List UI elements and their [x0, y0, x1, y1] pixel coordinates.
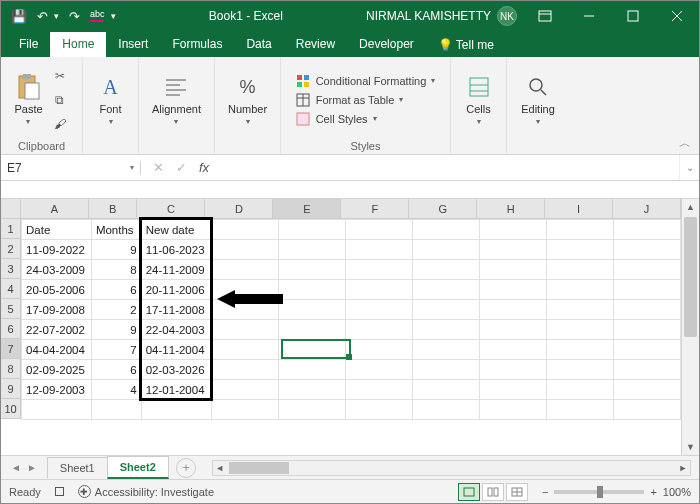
cell[interactable]: 12-09-2003: [22, 380, 92, 400]
zoom-slider-knob[interactable]: [597, 486, 603, 498]
sheet-nav-prev-icon[interactable]: ◄: [11, 462, 21, 473]
cell[interactable]: 22-04-2003: [141, 320, 211, 340]
format-painter-icon[interactable]: 🖌: [51, 115, 69, 133]
alignment-button[interactable]: Alignment ▾: [152, 73, 201, 126]
spellcheck-icon[interactable]: abc: [90, 10, 105, 22]
cell[interactable]: New date: [141, 220, 211, 240]
col-header[interactable]: B: [89, 199, 138, 218]
row-header[interactable]: 3: [1, 259, 20, 279]
col-header[interactable]: F: [341, 199, 409, 218]
cell[interactable]: 9: [91, 240, 141, 260]
col-header[interactable]: I: [545, 199, 613, 218]
vertical-scrollbar[interactable]: ▲ ▼: [681, 199, 699, 455]
cell[interactable]: 22-07-2002: [22, 320, 92, 340]
cell[interactable]: 04-04-2004: [22, 340, 92, 360]
undo-icon[interactable]: ↶: [37, 9, 48, 24]
row-header[interactable]: 1: [1, 219, 20, 239]
row-header[interactable]: 5: [1, 299, 20, 319]
col-header[interactable]: J: [613, 199, 681, 218]
cell[interactable]: 24-11-2009: [141, 260, 211, 280]
row-header[interactable]: 7: [1, 339, 20, 359]
col-header[interactable]: G: [409, 199, 477, 218]
save-icon[interactable]: 💾: [11, 9, 27, 24]
new-sheet-button[interactable]: ＋: [176, 458, 196, 478]
col-header[interactable]: E: [273, 199, 341, 218]
cell[interactable]: 7: [91, 340, 141, 360]
paste-button[interactable]: Paste ▾: [14, 73, 42, 126]
cell[interactable]: 6: [91, 280, 141, 300]
table-row[interactable]: 04-04-2004704-11-2004: [22, 340, 681, 360]
format-as-table-button[interactable]: Format as Table ▾: [296, 92, 436, 107]
tab-developer[interactable]: Developer: [347, 32, 426, 57]
table-row[interactable]: 02-09-2025602-03-2026: [22, 360, 681, 380]
number-button[interactable]: % Number ▾: [228, 73, 267, 126]
col-header[interactable]: D: [205, 199, 273, 218]
copy-icon[interactable]: ⧉: [51, 91, 69, 109]
scroll-thumb[interactable]: [229, 462, 289, 474]
collapse-ribbon-icon[interactable]: ︿: [679, 135, 691, 152]
font-button[interactable]: A Font ▾: [97, 73, 125, 126]
tab-data[interactable]: Data: [234, 32, 283, 57]
cell[interactable]: 02-09-2025: [22, 360, 92, 380]
sheet-tab-sheet1[interactable]: Sheet1: [47, 457, 108, 478]
scroll-down-icon[interactable]: ▼: [682, 439, 699, 455]
col-header[interactable]: A: [21, 199, 89, 218]
cell[interactable]: Months: [91, 220, 141, 240]
cell[interactable]: 20-05-2006: [22, 280, 92, 300]
cell[interactable]: 04-11-2004: [141, 340, 211, 360]
row-header[interactable]: 4: [1, 279, 20, 299]
row-header[interactable]: 8: [1, 359, 20, 379]
column-headers[interactable]: A B C D E F G H I J: [21, 199, 681, 219]
cells[interactable]: Date Months New date 11-09-2022911-06-20…: [21, 219, 681, 420]
user-avatar[interactable]: NK: [497, 6, 517, 26]
scroll-thumb[interactable]: [684, 217, 697, 337]
undo-dropdown-icon[interactable]: ▾: [54, 11, 59, 21]
cell[interactable]: 24-03-2009: [22, 260, 92, 280]
tab-home[interactable]: Home: [50, 32, 106, 57]
row-header[interactable]: 10: [1, 399, 20, 419]
cut-icon[interactable]: ✂: [51, 67, 69, 85]
horizontal-scrollbar[interactable]: ◄ ►: [212, 460, 691, 476]
zoom-slider[interactable]: [554, 490, 644, 494]
zoom-in-icon[interactable]: +: [650, 486, 656, 498]
cell[interactable]: 2: [91, 300, 141, 320]
page-break-view-button[interactable]: [506, 483, 528, 501]
tab-file[interactable]: File: [7, 32, 50, 57]
row-headers[interactable]: 1 2 3 4 5 6 7 8 9 10: [1, 219, 21, 419]
select-all-corner[interactable]: [1, 199, 21, 219]
table-row[interactable]: 20-05-2006620-11-2006: [22, 280, 681, 300]
row-header[interactable]: 6: [1, 319, 20, 339]
minimize-button[interactable]: [567, 1, 611, 31]
cell[interactable]: 8: [91, 260, 141, 280]
table-row[interactable]: 24-03-2009824-11-2009: [22, 260, 681, 280]
cell[interactable]: 12-01-2004: [141, 380, 211, 400]
sheet-tab-sheet2[interactable]: Sheet2: [107, 456, 169, 479]
macro-record-button[interactable]: [55, 487, 64, 496]
name-box[interactable]: E7 ▾: [1, 161, 141, 175]
scroll-up-icon[interactable]: ▲: [682, 199, 699, 215]
tab-insert[interactable]: Insert: [106, 32, 160, 57]
table-row[interactable]: 12-09-2003412-01-2004: [22, 380, 681, 400]
row-header[interactable]: 2: [1, 239, 20, 259]
ribbon-options-icon[interactable]: [523, 1, 567, 31]
worksheet-grid[interactable]: 1 2 3 4 5 6 7 8 9 10 A B C D E F G H I J…: [1, 199, 699, 455]
scroll-left-icon[interactable]: ◄: [213, 461, 227, 475]
cell[interactable]: 17-11-2008: [141, 300, 211, 320]
accessibility-status[interactable]: ✚ Accessibility: Investigate: [78, 485, 214, 498]
cell[interactable]: 11-09-2022: [22, 240, 92, 260]
zoom-percent[interactable]: 100%: [663, 486, 691, 498]
cell[interactable]: Date: [22, 220, 92, 240]
qat-customize-icon[interactable]: ▾: [111, 11, 116, 21]
row-header[interactable]: 9: [1, 379, 20, 399]
table-row[interactable]: Date Months New date: [22, 220, 681, 240]
tab-review[interactable]: Review: [284, 32, 347, 57]
cells-button[interactable]: Cells ▾: [465, 73, 493, 126]
expand-formula-bar-icon[interactable]: ⌄: [679, 155, 699, 180]
tell-me[interactable]: 💡 Tell me: [430, 33, 504, 57]
name-box-dropdown-icon[interactable]: ▾: [130, 163, 134, 172]
account-area[interactable]: NIRMAL KAMISHETTY NK: [366, 6, 523, 26]
cell[interactable]: 4: [91, 380, 141, 400]
table-row[interactable]: 17-09-2008217-11-2008: [22, 300, 681, 320]
page-layout-view-button[interactable]: [482, 483, 504, 501]
cell[interactable]: 20-11-2006: [141, 280, 211, 300]
